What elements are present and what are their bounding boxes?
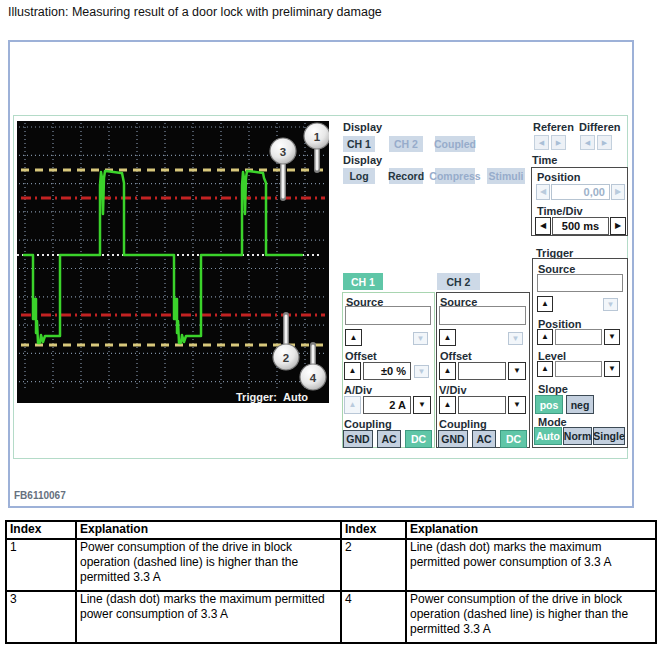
ch2-source-up-button[interactable]: ▲ xyxy=(439,329,456,346)
trigger-source-down-button[interactable]: ▼ xyxy=(603,298,618,311)
time-position-field[interactable]: 0,00 xyxy=(551,184,610,200)
ch1-offset-down-button[interactable]: ▼ xyxy=(414,365,429,378)
mode-single-button[interactable]: Single xyxy=(593,427,625,445)
ch1-source-field[interactable] xyxy=(345,306,431,325)
time-position-decrement-button[interactable]: ◀ xyxy=(536,184,550,200)
ch2-offset-field[interactable] xyxy=(458,362,506,380)
ch2-coupling-ac-button[interactable]: AC xyxy=(472,430,496,448)
svg-text:1: 1 xyxy=(314,131,321,143)
time-position-increment-button[interactable]: ▶ xyxy=(611,184,625,200)
ch2-vdiv-field[interactable] xyxy=(458,396,506,414)
referen-next-button[interactable]: ▶ xyxy=(551,135,566,150)
slope-neg-button[interactable]: neg xyxy=(566,395,594,414)
ch2-source-down-button[interactable]: ▼ xyxy=(508,332,523,345)
callout-1: 1 xyxy=(304,123,329,149)
explanation-cell: Line (dash dot) marks the maximum permit… xyxy=(406,539,656,591)
ch1-adiv-down-button[interactable]: ▼ xyxy=(413,396,431,414)
trigger-level-up-button[interactable]: ▲ xyxy=(537,361,553,377)
differen-label: Differen xyxy=(579,121,621,133)
triangle-up-icon: ▲ xyxy=(349,367,357,375)
chevron-right-icon: ▶ xyxy=(556,139,561,146)
trigger-status-label: Trigger: xyxy=(236,391,277,403)
svg-text:4: 4 xyxy=(310,372,317,384)
svg-text:2: 2 xyxy=(283,352,289,364)
triangle-down-icon: ▼ xyxy=(513,401,521,409)
triangle-up-icon: ▲ xyxy=(541,365,549,373)
slope-pos-button[interactable]: pos xyxy=(535,395,563,414)
callout-2: 2 xyxy=(273,344,299,370)
differen-prev-button[interactable]: ◀ xyxy=(580,135,595,150)
log-button[interactable]: Log xyxy=(343,168,375,184)
ch1-coupling-label: Coupling xyxy=(344,418,392,430)
trigger-position-up-button[interactable]: ▲ xyxy=(537,329,553,345)
ch1-coupling-gnd-button[interactable]: GND xyxy=(343,430,373,448)
ch1-source-up-button[interactable]: ▲ xyxy=(345,329,362,346)
referen-prev-button[interactable]: ◀ xyxy=(534,135,549,150)
trigger-level-field[interactable] xyxy=(555,361,602,377)
ch2-coupling-label: Coupling xyxy=(439,418,487,430)
time-label: Time xyxy=(532,154,557,166)
callout-4: 4 xyxy=(300,364,326,390)
ch2-vdiv-label: V/Div xyxy=(439,384,467,396)
differen-next-button[interactable]: ▶ xyxy=(597,135,612,150)
triangle-down-icon: ▼ xyxy=(608,365,616,373)
timediv-label: Time/Div xyxy=(537,205,583,217)
index-header: Index xyxy=(341,521,406,539)
trigger-level-down-button[interactable]: ▼ xyxy=(604,361,620,377)
triangle-up-icon: ▲ xyxy=(541,300,549,308)
ch1-coupling-dc-button[interactable]: DC xyxy=(405,430,432,448)
timediv-decrement-button[interactable]: ◀ xyxy=(535,217,551,235)
ch2-source-field[interactable] xyxy=(439,306,526,325)
index-cell: 1 xyxy=(6,539,76,591)
compress-button[interactable]: Compress xyxy=(435,168,475,184)
trigger-source-field[interactable] xyxy=(537,274,623,292)
display-coupled-button[interactable]: Coupled xyxy=(435,136,475,152)
triangle-up-icon: ▲ xyxy=(444,334,452,342)
explanation-cell: Line (dash dot) marks the maximum permit… xyxy=(76,591,341,643)
record-button[interactable]: Record xyxy=(389,168,423,184)
ch1-coupling-ac-button[interactable]: AC xyxy=(377,430,401,448)
timediv-increment-button[interactable]: ▶ xyxy=(610,217,626,235)
chevron-right-icon: ▶ xyxy=(615,188,621,196)
triangle-down-icon: ▼ xyxy=(418,368,426,376)
ch2-offset-up-button[interactable]: ▲ xyxy=(439,362,456,380)
triangle-up-icon: ▲ xyxy=(444,401,452,409)
timediv-field[interactable]: 500 ms xyxy=(552,217,609,235)
triangle-up-icon: ▲ xyxy=(444,367,452,375)
ch1-offset-label: Offset xyxy=(345,350,377,362)
ch2-coupling-dc-button[interactable]: DC xyxy=(500,430,527,448)
ch1-adiv-up-button[interactable]: ▲ xyxy=(344,396,361,414)
ch2-offset-down-button[interactable]: ▼ xyxy=(508,362,526,380)
ch1-offset-field[interactable]: ±0 % xyxy=(363,362,411,380)
mode-auto-button[interactable]: Auto xyxy=(534,427,562,445)
trigger-position-field[interactable] xyxy=(555,329,602,345)
svg-text:3: 3 xyxy=(280,146,286,158)
triangle-up-icon: ▲ xyxy=(541,333,549,341)
index-header: Index xyxy=(6,521,76,539)
ch2-tab-button[interactable]: CH 2 xyxy=(437,273,480,290)
trigger-status-value: Auto xyxy=(283,391,308,403)
ch2-vdiv-down-button[interactable]: ▼ xyxy=(508,396,526,414)
ch1-offset-up-button[interactable]: ▲ xyxy=(344,362,361,380)
triangle-up-icon: ▲ xyxy=(350,334,358,342)
trigger-slope-label: Slope xyxy=(538,383,568,395)
ch1-source-down-button[interactable]: ▼ xyxy=(413,332,428,345)
table-row: 3 Line (dash dot) marks the maximum perm… xyxy=(6,591,656,643)
table-header-row: Index Explanation Index Explanation xyxy=(6,521,656,539)
mode-norm-button[interactable]: Norm xyxy=(563,427,592,445)
ch1-tab-button[interactable]: CH 1 xyxy=(343,273,383,290)
trigger-source-up-button[interactable]: ▲ xyxy=(537,296,553,312)
triangle-down-icon: ▼ xyxy=(607,301,615,309)
index-cell: 2 xyxy=(341,539,406,591)
triangle-up-icon: ▲ xyxy=(349,401,357,409)
ch1-adiv-field[interactable]: 2 A xyxy=(363,396,411,414)
trigger-position-down-button[interactable]: ▼ xyxy=(604,329,620,345)
ch2-coupling-gnd-button[interactable]: GND xyxy=(438,430,468,448)
ch2-vdiv-up-button[interactable]: ▲ xyxy=(439,396,456,414)
oscilloscope-screen: 3 1 2 4 Trigger: Auto xyxy=(17,121,329,403)
stimuli-button[interactable]: Stimuli xyxy=(487,168,525,184)
display-mode-label: Display xyxy=(343,154,382,166)
display-ch1-button[interactable]: CH 1 xyxy=(343,136,375,152)
explanation-table: Index Explanation Index Explanation 1 Po… xyxy=(5,520,657,644)
display-ch2-button[interactable]: CH 2 xyxy=(389,136,423,152)
